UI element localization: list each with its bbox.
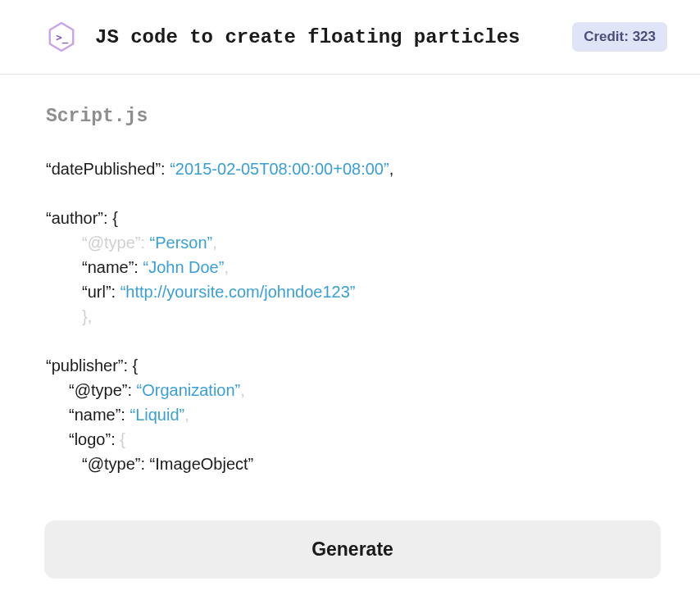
code-line: }, bbox=[46, 304, 654, 329]
filename-label: Script.js bbox=[46, 106, 654, 127]
code-line: “logo”: { bbox=[46, 427, 654, 452]
code-line: “@type”: “Organization”, bbox=[46, 378, 654, 402]
code-line: “name”: “John Doe”, bbox=[46, 255, 654, 279]
app-logo-icon: >_ bbox=[46, 21, 77, 52]
code-line: “datePublished”: “2015-02-05T08:00:00+08… bbox=[46, 157, 654, 181]
code-line: “url”: “http://yoursite.com/johndoe123” bbox=[46, 279, 654, 304]
page-title: JS code to create floating particles bbox=[95, 26, 520, 48]
code-block: “datePublished”: “2015-02-05T08:00:00+08… bbox=[46, 157, 654, 476]
generate-button[interactable]: Generate bbox=[44, 520, 661, 579]
credit-badge: Credit: 323 bbox=[572, 22, 667, 52]
code-line: “@type”: “ImageObject” bbox=[46, 452, 654, 476]
code-line: “author”: { bbox=[46, 206, 654, 230]
code-line: “publisher”: { bbox=[46, 353, 654, 378]
header-left: >_ JS code to create floating particles bbox=[46, 21, 520, 52]
code-line: “@type”: “Person”, bbox=[46, 230, 654, 255]
svg-text:>_: >_ bbox=[56, 32, 68, 44]
app-header: >_ JS code to create floating particles … bbox=[0, 0, 700, 75]
code-line: “name”: “Liquid”, bbox=[46, 402, 654, 427]
main-content: Script.js “datePublished”: “2015-02-05T0… bbox=[0, 75, 700, 476]
